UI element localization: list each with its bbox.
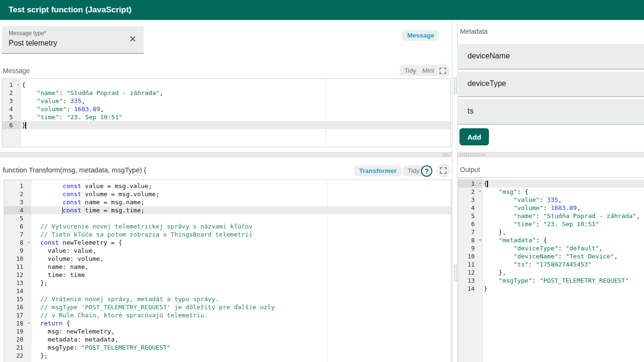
- line-number: 13: [459, 276, 482, 285]
- code-line[interactable]: 1 const value = msg.value;: [4, 182, 451, 190]
- code-line[interactable]: 18▾ return {: [4, 319, 451, 327]
- output-section-label: Output: [460, 166, 480, 173]
- metadata-key-field-deviceName[interactable]: deviceName: [458, 44, 644, 69]
- code-line[interactable]: 14}: [459, 285, 644, 293]
- code-line[interactable]: 12 time: time: [4, 271, 451, 279]
- code-line[interactable]: 1▾{: [459, 180, 644, 188]
- clear-message-type-icon[interactable]: ×: [129, 32, 136, 46]
- code-line[interactable]: 2 "name": "Studňa Poprad - záhrada",: [2, 89, 450, 97]
- function-body-editor[interactable]: 1 const value = msg.value;2 const volume…: [4, 180, 451, 362]
- code-line[interactable]: 10 "deviceName": "Test Device",: [459, 252, 644, 260]
- code-line[interactable]: 12 },: [459, 268, 644, 276]
- code-line[interactable]: 14: [4, 287, 451, 295]
- code-line[interactable]: 15 // Vrátenie novej správy, metadát a t…: [4, 295, 451, 303]
- line-number: 9: [459, 244, 482, 252]
- message-badge: Message: [402, 30, 439, 41]
- line-number: 17: [4, 311, 31, 319]
- line-number: ⚠3: [4, 198, 31, 206]
- code-line[interactable]: 20 metadata: metadata,: [4, 335, 451, 343]
- fold-toggle-icon[interactable]: ▾: [479, 180, 481, 188]
- code-line[interactable]: 4 "volume": 1683.89,: [459, 204, 644, 212]
- code-line[interactable]: 19 msg: newTelemetry,: [4, 327, 451, 335]
- metadata-key-field-ts[interactable]: ts: [458, 99, 644, 124]
- fold-toggle-icon[interactable]: ▾: [28, 319, 30, 327]
- fold-toggle-icon[interactable]: ▾: [17, 81, 20, 89]
- code-line[interactable]: 4 "volume": 1683.89,: [2, 105, 450, 113]
- code-line[interactable]: 22 };: [4, 352, 451, 360]
- fold-toggle-icon[interactable]: ▾: [28, 238, 30, 247]
- message-type-select[interactable]: Message type* Post telemetry ×: [2, 26, 144, 54]
- line-number: 12: [459, 268, 482, 276]
- add-metadata-button[interactable]: Add: [459, 128, 489, 145]
- code-line[interactable]: 10 volume: volume,: [4, 255, 451, 263]
- metadata-key-text: deviceType: [468, 79, 506, 88]
- line-number: 18▾: [4, 319, 31, 327]
- splitter-grip[interactable]: [459, 153, 486, 156]
- fold-toggle-icon[interactable]: ▾: [479, 188, 481, 196]
- horizontal-splitter-left[interactable]: [0, 152, 452, 157]
- code-line[interactable]: 21 msgType: "POST_TELEMETRY_REQUEST": [4, 343, 451, 352]
- transformer-badge: Transformer: [354, 165, 401, 176]
- line-number: 4: [4, 206, 31, 214]
- code-line[interactable]: 9 "deviceType": "default",: [459, 244, 644, 252]
- message-type-value: Post telemetry: [9, 39, 57, 48]
- line-number: 20: [4, 335, 31, 343]
- code-line[interactable]: 2▾ "msg": {: [459, 188, 644, 196]
- code-line[interactable]: 16 // msgType 'POST_TELEMETRY_REQUEST' j…: [4, 303, 451, 311]
- fold-toggle-icon[interactable]: ▾: [479, 236, 481, 244]
- code-line[interactable]: 13 };: [4, 279, 451, 287]
- metadata-key-field-deviceType[interactable]: deviceType: [458, 72, 644, 97]
- function-fullscreen-icon[interactable]: [436, 163, 450, 178]
- line-number: 8▾: [4, 238, 31, 247]
- code-line[interactable]: 3 "value": 335,: [459, 196, 644, 204]
- code-line[interactable]: 11 name: name,: [4, 263, 451, 271]
- code-line[interactable]: 7 },: [459, 228, 644, 236]
- code-line[interactable]: 4 const time = msg.time;: [4, 206, 451, 214]
- line-number: 6: [4, 222, 31, 230]
- line-number: 12: [4, 271, 31, 279]
- code-line[interactable]: 8▾ const newTelemetry = {: [4, 238, 451, 247]
- code-line[interactable]: 3 "value": 335,: [2, 97, 450, 105]
- line-number: 19: [4, 327, 31, 335]
- output-editor[interactable]: 1▾{2▾ "msg": {3 "value": 335,4 "volume":…: [458, 177, 644, 362]
- function-signature-label: function Transform(msg, metadata, msgTyp…: [3, 166, 146, 174]
- metadata-key-text: ts: [468, 107, 473, 115]
- code-line[interactable]: 5 "name": "Studňa Poprad - záhrada",: [459, 212, 644, 220]
- line-number: 21: [4, 343, 31, 352]
- code-line[interactable]: 13 "msgType": "POST_TELEMETRY_REQUEST": [459, 276, 644, 285]
- line-number: 1: [4, 182, 31, 190]
- code-line[interactable]: 11 "ts": "1758627445453": [459, 260, 644, 268]
- code-line[interactable]: 6}: [2, 121, 450, 129]
- code-line[interactable]: 6 "time": "23. Sep 10:51": [459, 220, 644, 228]
- dialog-header: Test script function (JavaScript): [0, 0, 644, 20]
- code-line[interactable]: 8▾ "metadata": {: [459, 236, 644, 244]
- line-number: 8▾: [459, 236, 482, 244]
- text-cursor: [25, 122, 26, 129]
- code-line[interactable]: 17 // v Rule Chain, ktoré spracúvajú tel…: [4, 311, 451, 319]
- line-number: 9: [4, 247, 31, 255]
- message-fullscreen-icon[interactable]: [436, 64, 450, 78]
- splitter-grip[interactable]: [442, 153, 450, 156]
- code-line[interactable]: 5: [4, 214, 451, 222]
- vertical-splitter-grip[interactable]: [453, 264, 457, 281]
- help-icon[interactable]: ?: [421, 165, 432, 177]
- message-editor[interactable]: 1▾{2 "name": "Studňa Poprad - záhrada",3…: [2, 78, 451, 147]
- code-line[interactable]: 2 const volume = msg.volume;: [4, 190, 451, 198]
- panel-divider-line: [452, 20, 452, 362]
- line-number: 2: [2, 89, 20, 97]
- code-line[interactable]: 9 value: value,: [4, 247, 451, 255]
- panel-divider-line: [457, 20, 458, 362]
- line-number: 3: [459, 196, 482, 204]
- code-line[interactable]: 1▾{: [2, 81, 450, 89]
- line-number: 7: [4, 230, 31, 238]
- vertical-splitter-grip[interactable]: [453, 77, 457, 94]
- horizontal-splitter-right[interactable]: [458, 152, 644, 157]
- code-line[interactable]: ⚠3 const name = msg.name;: [4, 198, 451, 206]
- line-number: 22: [4, 352, 31, 360]
- warning-icon: ⚠: [5, 198, 8, 206]
- code-line[interactable]: 7 // Tieto kľúče sa potom zobrazia v Thi…: [4, 230, 451, 238]
- line-number: 16: [4, 303, 31, 311]
- code-line[interactable]: 6 // Vytvorenie novej telemetrickej sprá…: [4, 222, 451, 230]
- code-line[interactable]: 5 "time": "23. Sep 10:51": [2, 113, 450, 121]
- line-number: 4: [2, 105, 20, 113]
